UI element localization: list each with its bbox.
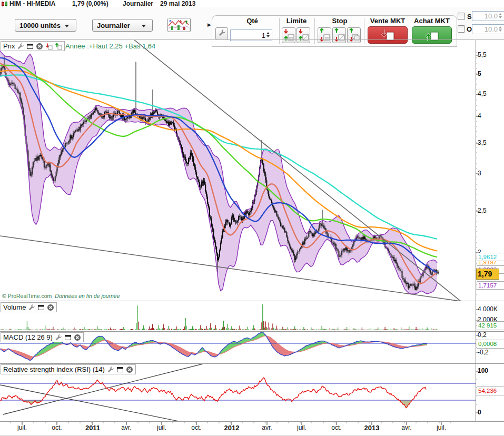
price-panel-title: Prix xyxy=(3,42,15,50)
window-icon[interactable] xyxy=(26,43,34,50)
macd-panel-title: MACD (12 26 9) xyxy=(3,333,53,341)
window-icon[interactable] xyxy=(37,304,45,311)
buy-page-icon[interactable] xyxy=(55,43,62,50)
sell-page-icon[interactable] xyxy=(45,43,53,50)
volume-panel-title: Volume xyxy=(3,303,26,311)
wrench-icon[interactable] xyxy=(107,366,114,373)
window-icon[interactable] xyxy=(116,366,124,373)
close-icon[interactable] xyxy=(74,334,81,341)
rsi-panel-title: Relative strength index (RSI) (14) xyxy=(3,365,105,373)
macd-panel-header: MACD (12 26 9) xyxy=(1,332,84,342)
window-icon[interactable] xyxy=(64,334,72,341)
rsi-panel-header: Relative strength index (RSI) (14) xyxy=(1,364,136,374)
wrench-icon[interactable] xyxy=(55,334,62,341)
close-icon[interactable] xyxy=(47,304,54,311)
price-panel-header: Prix xyxy=(1,41,65,51)
wrench-icon[interactable] xyxy=(28,304,35,311)
close-icon[interactable] xyxy=(36,43,43,50)
prorealtime-window: HIM - HI-MEDIA 1,79 (0,00%) Journalier 2… xyxy=(0,0,504,436)
volume-panel-header: Volume xyxy=(1,302,57,312)
close-icon[interactable] xyxy=(126,366,133,373)
wrench-icon[interactable] xyxy=(17,43,24,50)
